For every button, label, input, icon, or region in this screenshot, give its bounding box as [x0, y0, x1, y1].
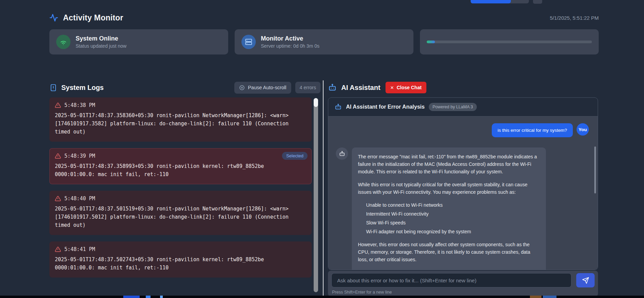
- bot-message-row: The error message "mac init fail, ret:-1…: [336, 147, 589, 270]
- taskbar-segment: [530, 296, 541, 298]
- top-button-partial[interactable]: [533, 0, 542, 4]
- bot-bullet-list: Unable to connect to Wi-Fi networks Inte…: [358, 201, 540, 235]
- logs-scrollbar-thumb[interactable]: [314, 98, 318, 107]
- robot-icon: [334, 103, 342, 111]
- logs-scrollbar-track[interactable]: [314, 98, 318, 292]
- top-progress-fill: [471, 0, 511, 3]
- status-card-title: System Online: [76, 35, 126, 42]
- panel-divider: [323, 80, 324, 298]
- bot-message-bubble: The error message "mac init fail, ret:-1…: [352, 147, 546, 270]
- logs-title: System Logs: [61, 84, 104, 92]
- selected-badge: Selected: [282, 152, 308, 160]
- chat-input-bar: Press Shift+Enter for a new line: [328, 271, 598, 296]
- log-time: 5:48:40 PM: [64, 195, 95, 202]
- pause-circle-icon: [239, 85, 245, 91]
- log-message: 2025-05-01T17:48:37.358360+05:30 ronit-p…: [55, 111, 300, 136]
- log-file-alert-icon: [49, 84, 57, 92]
- warning-triangle-icon: [55, 246, 61, 252]
- activity-monitor-page: Activity Monitor 5/1/2025, 5:51:22 PM Sy…: [0, 12, 644, 298]
- system-logs-panel: System Logs Pause Auto-scroll 4 errors: [49, 80, 320, 298]
- log-entry-selected[interactable]: 5:48:39 PM Selected 2025-05-01T17:48:37.…: [49, 148, 312, 184]
- status-card-monitor-active: Monitor Active Server uptime: 0d 0h 3m 0…: [235, 29, 413, 54]
- log-time: 5:48:41 PM: [64, 246, 95, 252]
- log-time: 5:48:39 PM: [64, 153, 95, 159]
- top-progress-partial: [471, 0, 529, 3]
- pause-autoscroll-button[interactable]: Pause Auto-scroll: [234, 82, 291, 94]
- status-card-uptime-progress: [420, 29, 599, 54]
- status-card-subtitle: Status updated just now: [76, 43, 126, 49]
- log-message: 2025-05-01T17:48:37.501519+05:30 ronit-p…: [55, 205, 300, 229]
- status-card-system-online: System Online Status updated just now: [49, 29, 228, 54]
- taskbar-segment: [543, 296, 556, 298]
- bot-paragraph: While this error is not typically critic…: [358, 181, 540, 196]
- status-card-title: Monitor Active: [261, 35, 319, 42]
- chat-scrollbar-thumb[interactable]: [594, 146, 596, 193]
- pause-autoscroll-label: Pause Auto-scroll: [248, 85, 286, 90]
- user-message-row: is this error critical for my system? Yo…: [336, 123, 589, 137]
- wifi-icon: [56, 35, 70, 49]
- bot-bullet: Wi-Fi adapter not being recognized by th…: [366, 228, 540, 235]
- bot-bullet: Slow Wi-Fi speeds: [366, 219, 540, 226]
- chat-input[interactable]: [331, 273, 571, 287]
- close-icon: ✕: [390, 85, 394, 90]
- powered-by-badge: Powered by LLaMA 3: [429, 103, 477, 111]
- taskbar-segment: [146, 296, 151, 298]
- status-card-subtitle: Server uptime: 0d 0h 3m 0s: [261, 43, 319, 49]
- close-chat-button[interactable]: ✕ Close Chat: [386, 82, 426, 93]
- bot-avatar: [336, 147, 348, 160]
- warning-triangle-icon: [55, 102, 61, 108]
- uptime-progress-fill: [427, 41, 435, 43]
- ai-assistant-panel: AI Assistant ✕ Close Chat AI Assistant f…: [328, 80, 598, 298]
- bot-paragraph: The error message "mac init fail, ret:-1…: [358, 153, 540, 175]
- input-hint: Press Shift+Enter for a new line: [331, 290, 595, 295]
- activity-icon: [49, 13, 58, 22]
- send-plane-icon: [582, 277, 589, 284]
- bot-bullet: Unable to connect to Wi-Fi networks: [366, 201, 540, 209]
- chat-card-header: AI Assistant for Error Analysis Powered …: [328, 98, 598, 116]
- log-entry[interactable]: 5:48:38 PM 2025-05-01T17:48:37.358360+05…: [49, 97, 312, 142]
- log-list: 5:48:38 PM 2025-05-01T17:48:37.358360+05…: [49, 97, 312, 278]
- uptime-progress-track: [427, 41, 592, 43]
- taskbar-segment: [123, 296, 140, 298]
- server-icon: [241, 35, 256, 49]
- bot-paragraph: However, this error does not usually aff…: [358, 241, 540, 263]
- logs-header: System Logs Pause Auto-scroll 4 errors: [49, 80, 320, 95]
- close-chat-label: Close Chat: [397, 85, 422, 90]
- chat-card: AI Assistant for Error Analysis Powered …: [328, 97, 598, 270]
- error-count-badge: 4 errors: [295, 82, 320, 93]
- log-entry[interactable]: 5:48:41 PM 2025-05-01T17:48:37.502743+05…: [49, 241, 312, 278]
- page-header: Activity Monitor 5/1/2025, 5:51:22 PM: [49, 12, 599, 24]
- log-message: 2025-05-01T17:48:37.502743+05:30 ronit-p…: [55, 255, 300, 272]
- bot-bullet: Intermittent Wi-Fi connectivity: [366, 210, 540, 218]
- ai-title: AI Assistant: [341, 84, 380, 92]
- main-area: System Logs Pause Auto-scroll 4 errors: [49, 80, 599, 298]
- chat-messages: is this error critical for my system? Yo…: [328, 116, 598, 270]
- current-timestamp: 5/1/2025, 5:51:22 PM: [550, 15, 599, 21]
- warning-triangle-icon: [55, 195, 61, 202]
- taskbar-segment: [160, 296, 163, 298]
- log-message: 2025-05-01T17:48:37.358993+05:30 ronit-p…: [55, 162, 300, 178]
- log-entry[interactable]: 5:48:40 PM 2025-05-01T17:48:37.501519+05…: [49, 191, 312, 235]
- page-title: Activity Monitor: [63, 13, 123, 22]
- chat-card-title: AI Assistant for Error Analysis: [346, 104, 425, 110]
- user-avatar: You: [577, 123, 589, 136]
- status-cards-row: System Online Status updated just now Mo…: [49, 29, 599, 54]
- ai-header: AI Assistant ✕ Close Chat: [328, 80, 598, 95]
- warning-triangle-icon: [55, 153, 61, 159]
- bottom-taskbar-sliver: [0, 296, 644, 298]
- robot-icon: [339, 151, 345, 157]
- robot-icon: [328, 83, 337, 92]
- log-time: 5:48:38 PM: [64, 102, 95, 108]
- user-message-bubble: is this error critical for my system?: [492, 123, 573, 137]
- send-button[interactable]: [576, 273, 595, 287]
